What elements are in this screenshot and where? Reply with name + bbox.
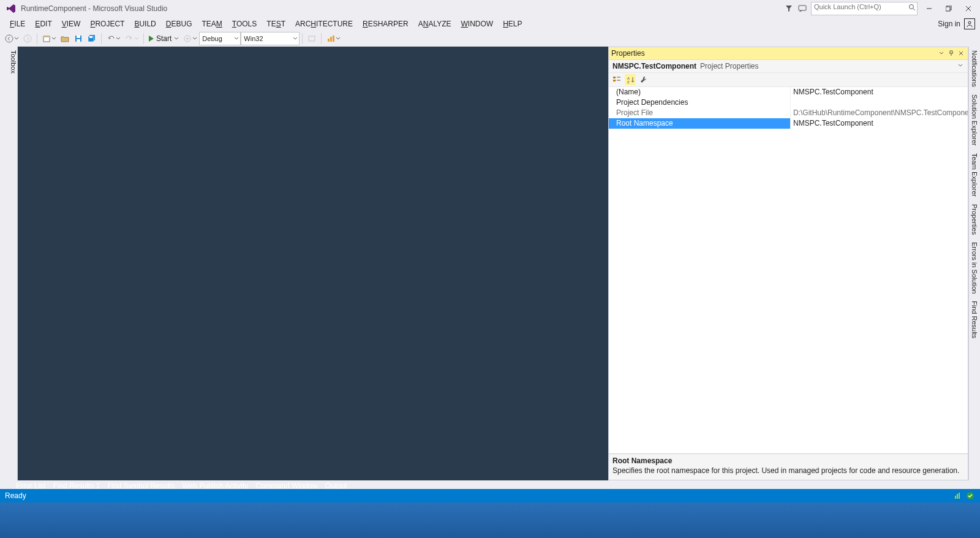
property-row[interactable]: Root NamespaceNMSPC.TestComponent bbox=[609, 118, 968, 129]
menu-edit[interactable]: EDIT bbox=[30, 17, 56, 31]
svg-line-2 bbox=[913, 9, 915, 10]
panel-menu-button[interactable] bbox=[937, 49, 946, 58]
editor-area bbox=[18, 47, 608, 480]
filter-icon[interactable] bbox=[784, 4, 794, 13]
restore-button[interactable] bbox=[941, 2, 957, 15]
property-value[interactable] bbox=[791, 97, 968, 108]
search-icon bbox=[908, 4, 916, 11]
property-value[interactable]: D:\GitHub\RuntimeComponent\NMSPC.TestCom… bbox=[791, 108, 968, 118]
pin-icon[interactable] bbox=[947, 49, 956, 58]
left-gutter bbox=[0, 47, 6, 480]
menu-project[interactable]: PROJECT bbox=[85, 17, 129, 31]
dock-tab[interactable]: Find Results bbox=[971, 297, 978, 342]
property-name: (Name) bbox=[609, 87, 791, 97]
property-name: Root Namespace bbox=[609, 118, 791, 129]
wrench-icon[interactable] bbox=[638, 74, 649, 85]
properties-panel-header[interactable]: Properties bbox=[609, 47, 968, 60]
property-value[interactable]: NMSPC.TestComponent bbox=[791, 87, 968, 97]
undo-button[interactable] bbox=[104, 32, 123, 45]
resharper-status-icon[interactable] bbox=[953, 491, 963, 501]
dock-tab[interactable]: Errors in Solution bbox=[971, 238, 978, 297]
properties-panel: Properties NMSPC.TestComponent Project P… bbox=[608, 47, 968, 480]
property-value[interactable]: NMSPC.TestComponent bbox=[791, 118, 968, 129]
debug-target-button[interactable] bbox=[181, 32, 199, 45]
svg-rect-27 bbox=[613, 77, 616, 78]
svg-point-1 bbox=[910, 5, 914, 9]
right-dock-tabs: NotificationsSolution ExplorerTeam Explo… bbox=[968, 47, 980, 480]
menu-file[interactable]: FILE bbox=[5, 17, 30, 31]
property-row[interactable]: (Name)NMSPC.TestComponent bbox=[609, 87, 968, 97]
svg-rect-5 bbox=[946, 7, 950, 11]
panel-close-button[interactable] bbox=[957, 49, 965, 58]
resharper-button[interactable] bbox=[324, 32, 342, 45]
menu-test[interactable]: TEST bbox=[262, 17, 290, 31]
menu-team[interactable]: TEAM bbox=[197, 17, 227, 31]
dock-tab[interactable]: Solution Explorer bbox=[971, 91, 978, 150]
properties-toolbar: AZ bbox=[609, 73, 968, 87]
window-title: RuntimeComponent - Microsoft Visual Stud… bbox=[21, 4, 167, 13]
svg-rect-0 bbox=[799, 6, 806, 10]
menu-help[interactable]: HELP bbox=[498, 17, 527, 31]
dock-tab[interactable]: Notifications bbox=[971, 47, 978, 91]
main-area: Toolbox Properties NMSPC.TestComponent P… bbox=[0, 47, 980, 480]
nav-back-button[interactable] bbox=[2, 32, 21, 45]
start-debug-button[interactable]: Start bbox=[146, 32, 181, 45]
svg-rect-28 bbox=[613, 80, 616, 81]
svg-rect-21 bbox=[309, 36, 315, 41]
menu-window[interactable]: WINDOW bbox=[456, 17, 499, 31]
feedback-icon[interactable] bbox=[797, 4, 807, 13]
toolbar-separator bbox=[321, 33, 322, 44]
redo-button[interactable] bbox=[123, 32, 141, 45]
svg-text:Z: Z bbox=[627, 80, 630, 84]
status-bar: Ready bbox=[0, 489, 980, 502]
menu-resharper[interactable]: RESHARPER bbox=[358, 17, 413, 31]
alphabetical-icon[interactable]: AZ bbox=[625, 74, 636, 85]
menu-analyze[interactable]: ANALYZE bbox=[413, 17, 456, 31]
close-button[interactable] bbox=[960, 2, 976, 15]
object-type: Project Properties bbox=[700, 62, 758, 70]
menu-build[interactable]: BUILD bbox=[129, 17, 160, 31]
property-description: Root Namespace Specifies the root namesp… bbox=[609, 453, 968, 480]
save-all-button[interactable] bbox=[85, 32, 99, 45]
nav-forward-button[interactable] bbox=[21, 32, 34, 45]
dock-tab[interactable]: Team Explorer bbox=[971, 150, 978, 200]
menu-view[interactable]: VIEW bbox=[57, 17, 86, 31]
menu-debug[interactable]: DEBUG bbox=[161, 17, 197, 31]
quick-launch-input[interactable]: Quick Launch (Ctrl+Q) bbox=[811, 2, 918, 15]
properties-object-selector[interactable]: NMSPC.TestComponent Project Properties bbox=[609, 60, 968, 73]
svg-rect-23 bbox=[330, 37, 332, 42]
chevron-down-icon bbox=[234, 36, 239, 41]
description-title: Root Namespace bbox=[612, 457, 964, 465]
menu-tools[interactable]: TOOLS bbox=[227, 17, 262, 31]
dock-tab[interactable]: Properties bbox=[971, 200, 978, 238]
check-icon[interactable] bbox=[965, 491, 975, 501]
categorize-icon[interactable] bbox=[611, 74, 622, 85]
svg-rect-18 bbox=[89, 36, 92, 38]
property-row[interactable]: Project Dependencies bbox=[609, 97, 968, 108]
user-icon bbox=[964, 18, 975, 29]
toolbar-separator bbox=[302, 33, 303, 44]
sign-in-link[interactable]: Sign in bbox=[933, 17, 980, 31]
platform-dropdown[interactable]: Win32 bbox=[241, 32, 300, 45]
property-name: Project Dependencies bbox=[609, 97, 791, 108]
minimize-button[interactable] bbox=[921, 2, 937, 15]
status-text: Ready bbox=[5, 491, 26, 500]
menu-bar: FILE EDIT VIEW PROJECT BUILD DEBUG TEAM … bbox=[0, 17, 980, 31]
properties-grid: (Name)NMSPC.TestComponentProject Depende… bbox=[609, 87, 968, 453]
svg-rect-33 bbox=[955, 496, 956, 499]
toolbar-separator bbox=[101, 33, 102, 44]
svg-rect-14 bbox=[77, 36, 80, 38]
config-dropdown[interactable]: Debug bbox=[199, 32, 241, 45]
toolbox-tab[interactable]: Toolbox bbox=[6, 47, 18, 480]
windows-taskbar[interactable] bbox=[0, 502, 980, 538]
menu-architecture[interactable]: ARCHITECTURE bbox=[290, 17, 358, 31]
panel-title: Properties bbox=[611, 49, 645, 58]
new-project-button[interactable] bbox=[40, 32, 58, 45]
svg-rect-12 bbox=[43, 36, 50, 37]
save-button[interactable] bbox=[72, 32, 85, 45]
find-button[interactable] bbox=[305, 32, 318, 45]
svg-rect-24 bbox=[333, 36, 334, 42]
property-row[interactable]: Project FileD:\GitHub\RuntimeComponent\N… bbox=[609, 108, 968, 118]
toolbar-separator bbox=[143, 33, 144, 44]
open-file-button[interactable] bbox=[58, 32, 72, 45]
